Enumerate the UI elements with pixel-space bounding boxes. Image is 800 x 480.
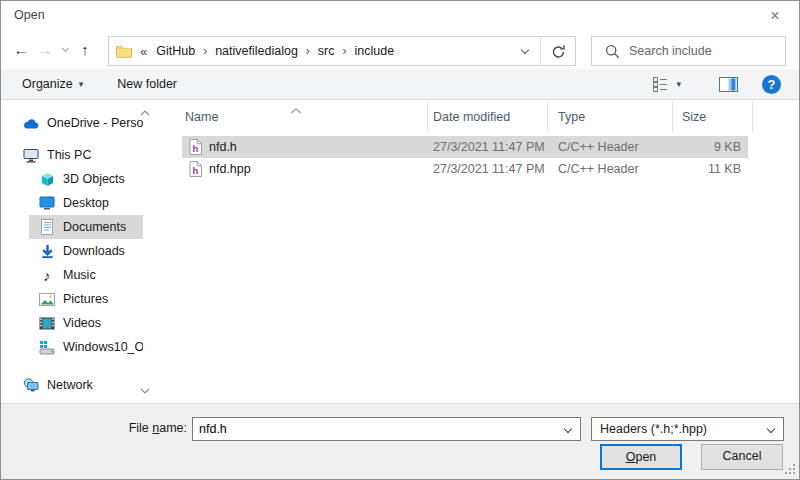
breadcrumb-segment-include[interactable]: include	[353, 44, 397, 58]
preview-pane-icon	[719, 77, 738, 92]
sidebar-scroll-down-icon[interactable]	[137, 383, 153, 399]
file-type: C/C++ Header	[548, 162, 673, 176]
sidebar-item-downloads[interactable]: Downloads	[29, 239, 143, 263]
file-name-label: File name:	[101, 421, 187, 435]
sidebar-item-pictures[interactable]: Pictures	[29, 287, 143, 311]
file-date: 27/3/2021 11:47 PM	[428, 162, 548, 176]
file-row-nfd-h[interactable]: h nfd.h 27/3/2021 11:47 PM C/C++ Header …	[182, 136, 748, 158]
sidebar-item-documents[interactable]: Documents	[29, 215, 143, 239]
forward-icon: →	[33, 37, 57, 63]
breadcrumb-segment-src[interactable]: src	[316, 44, 337, 58]
navigation-bar: ← → ↑ « GitHub › nativefiledialog › src …	[1, 31, 799, 69]
file-type: C/C++ Header	[548, 140, 673, 154]
svg-text:h: h	[193, 165, 199, 176]
sidebar-item-onedrive[interactable]: OneDrive - Personal	[15, 111, 143, 135]
breadcrumb: « GitHub › nativefiledialog › src › incl…	[109, 44, 510, 59]
open-button[interactable]: Open	[600, 444, 682, 470]
address-bar[interactable]: « GitHub › nativefiledialog › src › incl…	[108, 36, 576, 66]
dialog-footer: File name: Headers (*.h;*.hpp) Open Canc…	[1, 403, 799, 480]
refresh-icon[interactable]	[540, 37, 575, 65]
search-icon	[605, 44, 620, 59]
sidebar-item-3d-objects[interactable]: 3D Objects	[29, 167, 143, 191]
chevron-down-icon: ▾	[676, 79, 681, 89]
file-size: 11 KB	[673, 162, 748, 176]
documents-icon	[39, 219, 55, 235]
chevron-down-icon[interactable]	[564, 425, 572, 433]
this-pc-icon	[23, 147, 39, 163]
window-title: Open	[14, 8, 45, 22]
column-headers: Name Date modified Type Size	[171, 101, 797, 132]
details-view-icon	[652, 76, 668, 92]
sidebar-item-windows10-os[interactable]: Windows10_OS (C:)	[29, 335, 143, 359]
open-dialog-window: Open × ← → ↑ « GitHub › nativefiledialog…	[0, 0, 800, 480]
sidebar-item-this-pc[interactable]: This PC	[15, 143, 143, 167]
up-icon[interactable]: ↑	[73, 37, 97, 63]
3d-objects-icon	[39, 171, 55, 187]
resize-grip[interactable]	[785, 464, 796, 478]
address-dropdown-icon[interactable]	[510, 37, 540, 65]
sidebar-item-network[interactable]: Network	[15, 373, 143, 397]
pictures-icon	[39, 291, 55, 307]
file-date: 27/3/2021 11:47 PM	[428, 140, 548, 154]
column-header-type[interactable]: Type	[548, 101, 673, 132]
preview-pane-button[interactable]	[713, 77, 744, 92]
back-icon[interactable]: ←	[9, 37, 33, 63]
organize-button[interactable]: Organize ▾	[12, 69, 93, 99]
new-folder-button[interactable]: New folder	[107, 69, 187, 99]
header-file-icon: h	[189, 161, 202, 177]
breadcrumb-separator-icon: ›	[306, 44, 310, 58]
close-icon[interactable]: ×	[761, 4, 789, 28]
chevron-down-icon: ▾	[79, 79, 84, 89]
chevron-down-icon	[767, 425, 775, 433]
file-row-nfd-hpp[interactable]: h nfd.hpp 27/3/2021 11:47 PM C/C++ Heade…	[182, 158, 748, 180]
desktop-icon	[39, 195, 55, 211]
breadcrumb-collapse[interactable]: «	[140, 44, 147, 59]
folder-icon	[116, 44, 132, 58]
svg-text:h: h	[193, 143, 199, 154]
sidebar-item-videos[interactable]: Videos	[29, 311, 143, 335]
network-icon	[23, 377, 39, 393]
recent-locations-icon[interactable]	[57, 37, 73, 63]
file-list: Name Date modified Type Size h nfd.h 27/…	[171, 101, 797, 403]
music-note-icon: ♪	[39, 267, 55, 283]
titlebar: Open ×	[1, 1, 799, 31]
navigation-pane: OneDrive - Personal This PC 3D Objects D…	[1, 101, 169, 403]
search-input[interactable]	[629, 44, 785, 58]
breadcrumb-segment-nativefiledialog[interactable]: nativefiledialog	[213, 44, 300, 58]
downloads-icon	[39, 243, 55, 259]
file-name: nfd.hpp	[209, 162, 251, 176]
file-type-filter-select[interactable]: Headers (*.h;*.hpp)	[591, 417, 784, 441]
column-header-date-modified[interactable]: Date modified	[428, 101, 548, 132]
command-toolbar: Organize ▾ New folder ▾ ?	[1, 69, 799, 100]
toolbar-right-group: ▾ ?	[646, 71, 799, 97]
sidebar-scroll-up-icon[interactable]	[137, 105, 153, 121]
videos-icon	[39, 315, 55, 331]
file-name-input[interactable]	[193, 422, 556, 436]
search-box	[591, 36, 786, 66]
sidebar-item-desktop[interactable]: Desktop	[29, 191, 143, 215]
cancel-button[interactable]: Cancel	[701, 444, 783, 470]
drive-icon	[39, 339, 55, 355]
breadcrumb-separator-icon: ›	[343, 44, 347, 58]
help-button[interactable]: ?	[762, 75, 781, 94]
file-name: nfd.h	[209, 140, 237, 154]
change-view-button[interactable]: ▾	[646, 71, 687, 97]
breadcrumb-separator-icon: ›	[203, 44, 207, 58]
main-area: OneDrive - Personal This PC 3D Objects D…	[1, 101, 799, 403]
header-file-icon: h	[189, 139, 202, 155]
sidebar-item-music[interactable]: ♪ Music	[29, 263, 143, 287]
onedrive-cloud-icon	[23, 115, 39, 131]
file-size: 9 KB	[673, 140, 748, 154]
sort-ascending-icon	[290, 103, 302, 117]
file-name-combo	[192, 417, 581, 441]
column-header-size[interactable]: Size	[673, 101, 753, 132]
breadcrumb-segment-github[interactable]: GitHub	[154, 44, 197, 58]
